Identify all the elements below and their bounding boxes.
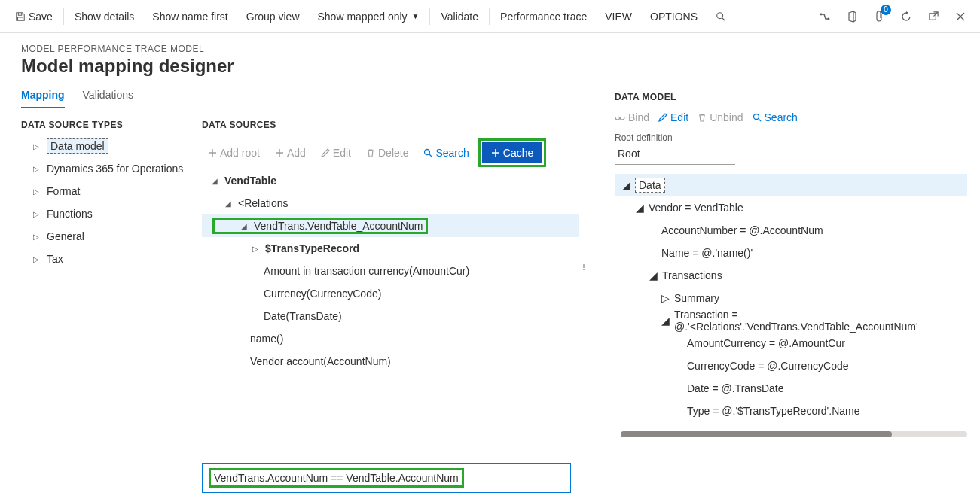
model-node-currencycode[interactable]: CurrencyCode = @.CurrencyCode: [615, 354, 967, 377]
node-label: Currency(CurrencyCode): [264, 288, 381, 300]
model-node-data[interactable]: ◢ Data: [615, 174, 967, 196]
caret-right-icon: ▷: [30, 233, 42, 241]
trash-icon: [698, 113, 707, 122]
node-label: CurrencyCode = @.CurrencyCode: [687, 360, 849, 372]
pencil-icon: [658, 113, 667, 122]
node-name-fn[interactable]: name(): [202, 327, 579, 350]
group-view-button[interactable]: Group view: [237, 0, 309, 32]
bind-button[interactable]: Bind: [615, 111, 649, 123]
node-label: name(): [250, 333, 283, 345]
type-data-model[interactable]: ▷ Data model: [21, 135, 202, 157]
node-amountcur[interactable]: Amount in transaction currency(AmountCur…: [202, 260, 579, 282]
sources-tree: ◢ VendTable ◢ <Relations ◢: [202, 169, 579, 373]
tab-mapping[interactable]: Mapping: [21, 86, 65, 108]
node-label: VendTable: [224, 175, 276, 187]
plus-icon: [208, 148, 217, 157]
types-tree: ▷ Data model ▷ Dynamics 365 for Operatio…: [21, 135, 202, 270]
model-node-amountcurrency[interactable]: AmountCurrency = @.AmountCur: [615, 332, 967, 354]
show-details-button[interactable]: Show details: [66, 0, 143, 32]
root-definition-value[interactable]: Root: [615, 143, 735, 165]
save-icon: [15, 11, 26, 22]
separator: [63, 8, 64, 25]
caret-right-icon: ▷: [30, 210, 42, 218]
node-vendtable[interactable]: ◢ VendTable: [202, 169, 579, 192]
cache-highlight: Cache: [478, 138, 546, 167]
model-node-name[interactable]: Name = @.'name()': [615, 242, 967, 264]
notifications-button[interactable]: 0: [866, 0, 893, 33]
formula-input[interactable]: VendTrans.AccountNum == VendTable.Accoun…: [202, 463, 571, 493]
node-label: Summary: [674, 292, 719, 304]
node-label: Vendor account(AccountNum): [250, 355, 391, 367]
type-general[interactable]: ▷ General: [21, 225, 202, 248]
node-transdate[interactable]: Date(TransDate): [202, 305, 579, 327]
options-menu[interactable]: OPTIONS: [641, 0, 707, 32]
node-vendor-account[interactable]: Vendor account(AccountNum): [202, 350, 579, 373]
tabs: Mapping Validations: [21, 86, 594, 109]
model-node-accountnumber[interactable]: AccountNumber = @.AccountNum: [615, 219, 967, 242]
caret-down-icon: ◢: [622, 179, 630, 191]
connector-icon-button[interactable]: [811, 0, 838, 33]
search-sources-button[interactable]: Search: [417, 144, 475, 162]
save-button[interactable]: Save: [6, 0, 62, 32]
types-heading: DATA SOURCE TYPES: [21, 120, 202, 130]
performance-trace-button[interactable]: Performance trace: [491, 0, 596, 32]
edit-button[interactable]: Edit: [315, 144, 357, 162]
node-label: $TransTypeRecord: [265, 242, 359, 254]
type-format[interactable]: ▷ Format: [21, 180, 202, 202]
search-toolbar-button[interactable]: [707, 0, 735, 32]
type-tax[interactable]: ▷ Tax: [21, 248, 202, 270]
sources-heading: DATA SOURCES: [202, 120, 579, 130]
office-icon-button[interactable]: [838, 0, 866, 33]
type-d365fo[interactable]: ▷ Dynamics 365 for Operations: [21, 157, 202, 180]
svg-point-7: [753, 114, 759, 120]
search-model-button[interactable]: Search: [753, 111, 798, 123]
node-label: VendTrans.VendTable_AccountNum: [254, 220, 423, 232]
page-title: Model mapping designer: [21, 56, 965, 77]
show-mapped-only-dropdown[interactable]: Show mapped only ▼: [309, 0, 429, 32]
refresh-button[interactable]: [893, 0, 920, 33]
plus-icon: [275, 148, 284, 157]
view-menu[interactable]: VIEW: [596, 0, 641, 32]
svg-point-2: [820, 13, 823, 15]
model-node-transaction[interactable]: ◢ Transaction = @.'<Relations'.'VendTran…: [615, 309, 967, 332]
popout-icon: [928, 11, 939, 22]
model-node-summary[interactable]: ▷ Summary: [615, 287, 967, 309]
type-label: Tax: [47, 253, 63, 265]
node-vendtrans-accountnum[interactable]: ◢ VendTrans.VendTable_AccountNum: [202, 214, 579, 237]
caret-right-icon: ▷: [30, 187, 42, 196]
node-currencycode[interactable]: Currency(CurrencyCode): [202, 282, 579, 305]
model-node-type[interactable]: Type = @.'$TransTypeRecord'.Name: [615, 400, 967, 422]
validate-button[interactable]: Validate: [432, 0, 487, 32]
model-node-date[interactable]: Date = @.TransDate: [615, 377, 967, 400]
svg-rect-4: [929, 14, 935, 20]
link-icon: [615, 113, 625, 122]
show-name-first-button[interactable]: Show name first: [143, 0, 237, 32]
scrollbar-thumb[interactable]: [621, 431, 892, 437]
highlight-box: ◢ VendTrans.VendTable_AccountNum: [212, 218, 428, 234]
svg-line-8: [759, 119, 761, 121]
column-resize-handle[interactable]: [583, 264, 585, 270]
add-root-button[interactable]: Add root: [202, 144, 266, 162]
node-relations[interactable]: ◢ <Relations: [202, 192, 579, 214]
add-button[interactable]: Add: [269, 144, 312, 162]
unbind-button[interactable]: Unbind: [698, 111, 743, 123]
model-node-transactions[interactable]: ◢ Transactions: [615, 264, 967, 287]
refresh-icon: [900, 11, 912, 23]
cache-button[interactable]: Cache: [482, 142, 542, 163]
tab-validations[interactable]: Validations: [83, 86, 133, 108]
popout-button[interactable]: [920, 0, 947, 33]
close-button[interactable]: [947, 0, 974, 33]
formula-highlight: VendTrans.AccountNum == VendTable.Accoun…: [209, 468, 464, 488]
model-tree: ◢ Data ◢ Vendor = VendTable AccountNumbe…: [615, 174, 967, 422]
node-label: AccountNumber = @.AccountNum: [661, 224, 823, 236]
delete-button[interactable]: Delete: [360, 144, 414, 162]
model-node-vendor[interactable]: ◢ Vendor = VendTable: [615, 196, 967, 219]
type-label: Functions: [47, 208, 93, 220]
root-definition-label: Root definition: [615, 132, 967, 143]
type-functions[interactable]: ▷ Functions: [21, 202, 202, 225]
node-transtyperecord[interactable]: ▷ $TransTypeRecord: [202, 237, 579, 260]
svg-point-3: [828, 17, 830, 20]
edit-model-button[interactable]: Edit: [658, 111, 688, 123]
caret-down-icon: ◢: [209, 177, 220, 185]
horizontal-scrollbar[interactable]: [621, 431, 967, 437]
